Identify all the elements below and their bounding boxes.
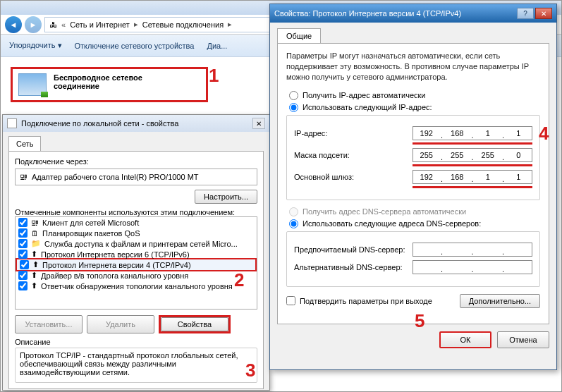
organize-menu[interactable]: Упорядочить ▾ <box>9 41 62 50</box>
ipv4-titlebar: Свойства: Протокол Интернета версии 4 (T… <box>270 4 556 23</box>
dialog-title: Подключение по локальной сети - свойства <box>21 119 248 128</box>
ip-label: IP-адрес: <box>294 129 413 137</box>
radio-manual-ip[interactable]: Использовать следующий IP-адрес: <box>289 103 540 112</box>
close-button[interactable]: ✕ <box>535 8 552 19</box>
checkbox[interactable] <box>286 296 295 305</box>
callout-1: 1 <box>209 65 219 87</box>
connect-via-label: Подключение через: <box>15 157 257 166</box>
remove-button[interactable]: Удалить <box>87 315 154 333</box>
preferred-dns-field[interactable]: ... <box>413 243 532 257</box>
alternate-dns-field[interactable]: ... <box>413 260 532 274</box>
ip-fields-group: IP-адрес: 192.168.1.1 Маска подсети: 255… <box>286 115 540 200</box>
adapter-name: Адаптер рабочего стола Intel(R) PRO/1000… <box>32 173 199 181</box>
checkbox[interactable] <box>18 228 28 238</box>
callout-2: 2 <box>234 269 244 291</box>
advanced-button[interactable]: Дополнительно... <box>460 294 540 308</box>
checkbox[interactable] <box>18 281 28 290</box>
list-item[interactable]: 🖳Клиент для сетей Microsoft <box>16 217 257 228</box>
radio-manual-dns[interactable]: Использовать следующие адреса DNS-сервер… <box>289 219 540 228</box>
network-tab-panel: Подключение через: 🖳 Адаптер рабочего ст… <box>8 151 264 389</box>
properties-button[interactable]: Свойства <box>161 317 228 331</box>
back-button[interactable]: ◄ <box>5 16 22 33</box>
radio[interactable] <box>289 103 298 112</box>
checkbox[interactable] <box>18 239 28 248</box>
radio-auto-ip[interactable]: Получить IP-адрес автоматически <box>289 91 540 100</box>
tab-general[interactable]: Общие <box>277 28 321 43</box>
list-item[interactable]: ⬆Драйвер в/в тополога канального уровня <box>16 270 257 281</box>
subnet-mask-field[interactable]: 255.255.255.0 <box>413 148 532 162</box>
callout-5: 5 <box>415 310 424 332</box>
checkbox[interactable] <box>20 260 29 269</box>
close-icon[interactable]: ✕ <box>252 118 265 129</box>
dns-fields-group: Предпочитаемый DNS-сервер: ... Альтернат… <box>286 231 540 287</box>
description-text: Протокол TCP/IP - стандартный протокол г… <box>15 348 257 383</box>
radio-auto-dns: Получить адрес DNS-сервера автоматически <box>289 207 540 216</box>
configure-button[interactable]: Настроить... <box>195 190 257 204</box>
gateway-label: Основной шлюз: <box>294 173 413 181</box>
adapter-box: 🖳 Адаптер рабочего стола Intel(R) PRO/10… <box>15 169 257 185</box>
mask-label: Маска подсети: <box>294 151 413 159</box>
gateway-field[interactable]: 192.168.1.1 <box>413 170 532 184</box>
network-icon: 🖧 <box>49 20 57 29</box>
help-button[interactable]: ? <box>517 8 534 19</box>
crumb[interactable]: Сетевые подключения <box>142 20 224 29</box>
checkbox[interactable] <box>18 250 28 259</box>
crumb[interactable]: Сеть и Интернет <box>70 20 130 29</box>
intro-text: Параметры IP могут назначаться автоматич… <box>286 51 540 82</box>
confirm-on-exit[interactable]: Подтвердить параметры при выходе Дополни… <box>286 294 540 308</box>
description-head: Описание <box>15 338 257 346</box>
ip-address-field[interactable]: 192.168.1.1 <box>413 126 532 140</box>
checkbox[interactable] <box>18 271 28 280</box>
checkbox[interactable] <box>18 218 28 227</box>
description-group: Описание Протокол TCP/IP - стандартный п… <box>15 338 257 383</box>
local-connection-properties-dialog: Подключение по локальной сети - свойства… <box>2 114 270 391</box>
tab-network[interactable]: Сеть <box>8 136 41 151</box>
adapter-icon: 🖳 <box>20 173 28 181</box>
radio[interactable] <box>289 91 298 100</box>
install-button[interactable]: Установить... <box>15 315 83 333</box>
wireless-connection-item[interactable]: Беспроводное сетевое соединение <box>11 67 208 102</box>
dns2-label: Альтернативный DNS-сервер: <box>294 263 413 271</box>
callout-4: 4 <box>539 123 549 145</box>
properties-highlight: Свойства <box>159 315 231 333</box>
components-label: Отмеченные компоненты используются этим … <box>15 208 257 216</box>
dns1-label: Предпочитаемый DNS-сервер: <box>294 245 413 254</box>
dialog-buttons: ОК Отмена <box>277 331 549 348</box>
list-item[interactable]: 📁Служба доступа к файлам и принтерам сет… <box>16 238 257 249</box>
callout-3: 3 <box>245 360 255 381</box>
components-list[interactable]: 🖳Клиент для сетей Microsoft 🗓Планировщик… <box>15 216 257 310</box>
disable-device-button[interactable]: Отключение сетевого устройства <box>75 42 195 50</box>
connection-label: Беспроводное сетевое соединение <box>54 73 142 90</box>
diagnose-button[interactable]: Диа... <box>207 42 227 50</box>
pushpin-icon <box>7 118 17 128</box>
forward-button[interactable]: ► <box>25 16 42 33</box>
list-item[interactable]: 🗓Планировщик пакетов QoS <box>16 228 257 238</box>
connection-icon <box>18 73 47 96</box>
general-panel: Параметры IP могут назначаться автоматич… <box>277 43 549 324</box>
radio[interactable] <box>289 219 298 228</box>
ipv4-title-text: Свойства: Протокол Интернета версии 4 (T… <box>274 9 461 18</box>
ok-button[interactable]: ОК <box>439 331 491 348</box>
radio <box>289 207 298 216</box>
dialog-titlebar: Подключение по локальной сети - свойства… <box>3 115 269 132</box>
cancel-button[interactable]: Отмена <box>497 331 549 348</box>
ipv4-properties-dialog: Свойства: Протокол Интернета версии 4 (T… <box>269 4 557 370</box>
list-item[interactable]: ⬆Ответчик обнаружения топологии канально… <box>16 281 257 291</box>
